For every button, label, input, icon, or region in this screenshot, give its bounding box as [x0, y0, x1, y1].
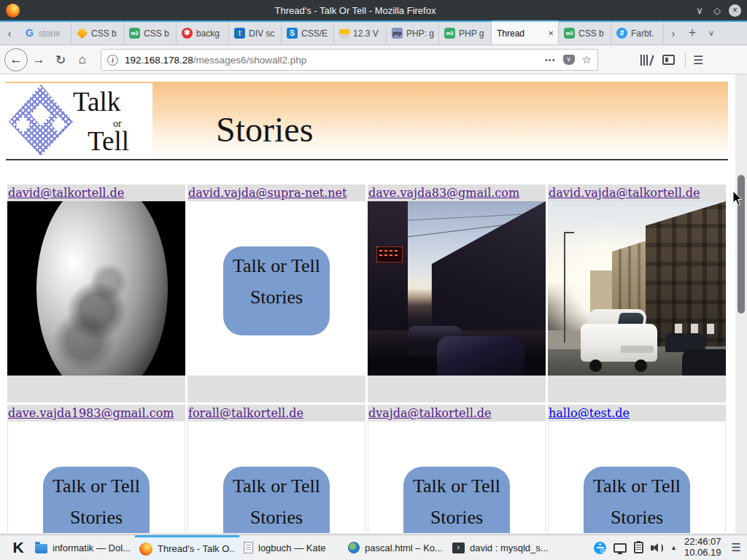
- tab-farbtabelle[interactable]: # Farbt.: [611, 22, 664, 44]
- menu-icon[interactable]: ☰: [693, 53, 703, 67]
- story-author-link[interactable]: david.vajda@supra-net.net: [188, 186, 347, 200]
- accessibility-icon[interactable]: [594, 542, 606, 554]
- tab-php-1[interactable]: php PHP: g: [387, 22, 439, 44]
- story-card: dvajda@talkortell.de Talk or Tell Storie…: [368, 405, 546, 533]
- clock-time: 22:46:07: [684, 537, 721, 548]
- story-author-link[interactable]: dave.vajda1983@gmail.com: [8, 406, 174, 420]
- story-author-link[interactable]: hallo@test.de: [549, 406, 630, 420]
- tab-close-icon[interactable]: ×: [546, 28, 556, 39]
- volume-icon[interactable]: [651, 542, 663, 553]
- url-bar[interactable]: i 192.168.178.28/messages6/showall2.php …: [101, 49, 598, 71]
- terminal-icon: ›: [452, 542, 465, 553]
- story-card-footer: [187, 376, 365, 402]
- tab-css-1[interactable]: CSS b: [71, 22, 124, 44]
- globe-icon: [348, 542, 360, 553]
- story-author-link[interactable]: david.vajda@talkortell.de: [549, 186, 700, 200]
- taskbar: K informatik — Dol... Thread's - Talk O.…: [0, 534, 747, 560]
- tab-12-3[interactable]: 12.3 V: [334, 22, 387, 44]
- story-image-street-dusk[interactable]: [368, 201, 546, 376]
- color-swatch-icon: [339, 29, 349, 39]
- tab-css-selfhtml[interactable]: S CSS/E: [282, 22, 334, 44]
- bubble-text: Stories: [223, 508, 330, 527]
- tab-div[interactable]: t DIV sc: [229, 22, 282, 44]
- bookmark-star-icon[interactable]: ☆: [582, 53, 592, 66]
- story-author-link[interactable]: dvajda@talkortell.de: [368, 406, 492, 420]
- sidebar-icon[interactable]: [662, 55, 675, 65]
- story-author-bar: david.vajda@talkortell.de: [548, 184, 726, 201]
- scroll-tabs-right-button[interactable]: ›: [664, 22, 683, 44]
- talkortell-fractal-logo: [9, 85, 73, 156]
- navigation-toolbar: ← → ↻ ⌂ i 192.168.178.28/messages6/showa…: [0, 46, 747, 74]
- story-image-bubble[interactable]: Talk or Tell Stories: [7, 421, 185, 533]
- network-monitor-icon[interactable]: [614, 543, 627, 553]
- clock-widget[interactable]: 22:46:07 10.06.19: [684, 537, 721, 558]
- task-konqueror[interactable]: pascal.html – Ko...: [344, 535, 448, 560]
- pocket-icon[interactable]: ∨: [563, 55, 575, 65]
- speech-bubble: Talk or Tell Stories: [584, 467, 690, 533]
- tab-php-2[interactable]: w3 PHP g: [439, 22, 492, 44]
- neon-sign: [376, 246, 403, 262]
- mouse-cursor: [732, 191, 743, 206]
- scroll-tabs-left-button[interactable]: ‹: [0, 22, 19, 44]
- w3schools-icon: w3: [444, 28, 455, 39]
- car: [682, 349, 726, 376]
- close-button[interactable]: ×: [729, 4, 741, 17]
- story-author-link[interactable]: dave.vajda83@gmail.com: [368, 186, 519, 200]
- tab-css-3[interactable]: w3 CSS b: [559, 22, 611, 44]
- page-content: Talk or Tell Stories david@talkortell.de: [0, 74, 747, 533]
- bubble-text: Stories: [403, 508, 510, 527]
- kde-launcher-icon[interactable]: K: [6, 539, 31, 556]
- story-image-bubble[interactable]: Talk or Tell Stories: [187, 201, 365, 376]
- story-image-bubble[interactable]: Talk or Tell Stories: [187, 421, 365, 533]
- site-info-icon[interactable]: i: [107, 55, 118, 66]
- story-author-bar: dave.vajda83@gmail.com: [368, 184, 546, 201]
- page-scrollbar-track[interactable]: [735, 74, 747, 533]
- maximize-button[interactable]: ◇: [708, 5, 726, 16]
- home-button[interactable]: ⌂: [71, 52, 93, 67]
- bubble-text: Stories: [223, 288, 330, 307]
- tab-threads-active[interactable]: Thread ×: [492, 22, 559, 44]
- back-button[interactable]: ←: [4, 48, 28, 71]
- blue-t-icon: t: [234, 28, 245, 39]
- diamond-icon: [77, 28, 88, 39]
- task-firefox-active[interactable]: Thread's - Talk O...: [135, 535, 239, 560]
- new-tab-button[interactable]: +: [683, 22, 702, 44]
- story-card-footer: [368, 376, 546, 402]
- story-image-bubble[interactable]: Talk or Tell Stories: [548, 421, 726, 533]
- tab-stories-google[interactable]: G storie: [19, 22, 71, 44]
- url-path: /messages6/showall2.php: [193, 55, 306, 66]
- clipboard-icon[interactable]: [634, 542, 643, 553]
- story-author-bar: forall@talkortell.de: [187, 405, 365, 421]
- story-image-street-van[interactable]: [548, 201, 726, 376]
- minimize-button[interactable]: ∨: [691, 5, 708, 16]
- task-terminal[interactable]: › david : mysqld_s...: [448, 535, 552, 560]
- story-image-bubble[interactable]: Talk or Tell Stories: [368, 421, 546, 533]
- task-dolphin[interactable]: informatik — Dol...: [31, 535, 135, 560]
- page-actions-icon[interactable]: •••: [545, 55, 556, 64]
- task-kate[interactable]: logbuch — Kate: [239, 535, 344, 560]
- tab-css-2[interactable]: w3 CSS b: [124, 22, 177, 44]
- stories-row-1: david@talkortell.de david.vajda@supra-ne…: [7, 184, 726, 402]
- hash-circle-icon: #: [616, 28, 627, 39]
- bubble-text: Stories: [43, 508, 150, 527]
- clock-date: 10.06.19: [684, 548, 721, 559]
- list-all-tabs-button[interactable]: ∨: [702, 22, 721, 44]
- story-author-link[interactable]: forall@talkortell.de: [188, 406, 303, 420]
- stories-row-2: dave.vajda1983@gmail.com Talk or Tell St…: [7, 405, 726, 533]
- parked-car: [437, 336, 525, 376]
- bubble-text: Talk or Tell: [403, 477, 510, 496]
- story-author-link[interactable]: david@talkortell.de: [8, 186, 124, 200]
- desktop: Thread's - Talk Or Tell - Mozilla Firefo…: [0, 0, 747, 560]
- reload-button[interactable]: ↻: [50, 52, 71, 68]
- van-wheel: [635, 359, 647, 372]
- story-card-footer: [548, 376, 726, 402]
- panel-menu-icon[interactable]: ☰: [732, 541, 741, 554]
- tray-expand-icon[interactable]: ▲: [670, 544, 677, 551]
- library-icon[interactable]: [640, 55, 651, 66]
- bubble-text: Stories: [584, 508, 690, 527]
- van-grille: [621, 346, 654, 353]
- forward-button[interactable]: →: [28, 52, 50, 67]
- window-title: Thread's - Talk Or Tell - Mozilla Firefo…: [20, 5, 691, 16]
- tab-background[interactable]: ✱ backg: [177, 22, 229, 44]
- story-image-moon[interactable]: [7, 201, 185, 376]
